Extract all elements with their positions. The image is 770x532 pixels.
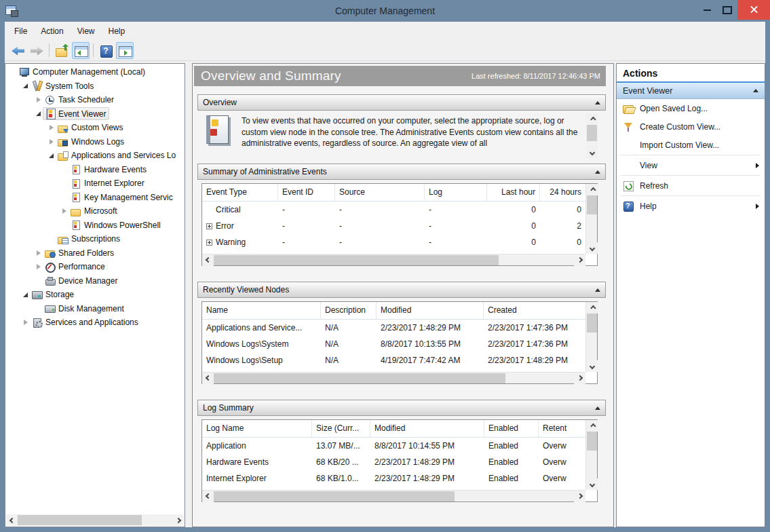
column-header-size-curr[interactable]: Size (Curr... [312,420,370,437]
scroll-down-icon[interactable] [586,147,598,158]
log-summary-section-header[interactable]: Log Summary [197,400,606,416]
expand-arrow-icon[interactable] [34,248,43,257]
scroll-up-icon[interactable] [586,184,598,195]
scrollbar-thumb[interactable] [587,195,597,214]
column-header-24-hours[interactable]: 24 hours [540,184,585,201]
scroll-right-icon[interactable] [574,373,585,384]
tree-item-task-scheduler[interactable]: Task Scheduler [5,93,185,107]
scroll-up-icon[interactable] [586,302,598,314]
column-header-description[interactable]: Description [321,302,377,319]
tree-item-shared-folders[interactable]: Shared Folders [5,246,185,261]
close-button[interactable] [737,0,770,20]
maximize-button[interactable] [717,0,737,20]
column-header-event-type[interactable]: Event Type [202,184,278,201]
expand-arrow-icon[interactable] [34,263,43,271]
table-row[interactable]: Application13.07 MB/...8/8/2017 10:14:55… [202,438,585,454]
show-hide-console-tree-icon[interactable] [72,42,90,59]
expand-plus-icon[interactable] [206,240,212,246]
scrollbar-thumb[interactable] [214,491,455,501]
admin-events-section-header[interactable]: Summary of Administrative Events [197,164,606,180]
expand-arrow-icon[interactable] [47,137,56,146]
tree-item-key-management-servic[interactable]: Key Management Servic [5,191,185,205]
table-row[interactable]: Windows Logs\SetupN/A4/19/2017 7:47:42 A… [202,352,585,368]
titlebar[interactable]: Computer Management [0,0,770,22]
table-row[interactable]: Windows Logs\SystemN/A8/8/2017 10:13:55 … [202,336,585,352]
column-header-source[interactable]: Source [335,184,425,201]
scrollbar-thumb[interactable] [587,432,597,451]
column-header-created[interactable]: Created [484,302,585,319]
tree-item-services-and-applications[interactable]: Services and Applications [5,316,185,330]
column-header-modified[interactable]: Modified [377,302,484,319]
tree-item-computer-management-local[interactable]: Computer Management (Local) [5,65,185,79]
column-header-log[interactable]: Log [425,184,487,201]
tree-item-disk-management[interactable]: Disk Management [5,302,185,316]
horizontal-scrollbar[interactable] [202,490,585,501]
tree-item-applications-and-services-lo[interactable]: Applications and Services Lo [5,149,185,163]
up-one-level-icon[interactable] [53,42,71,59]
minimize-button[interactable] [697,0,717,20]
scroll-right-icon[interactable] [574,491,585,502]
table-row[interactable]: Error---02 [202,218,585,234]
tree-item-custom-views[interactable]: Custom Views [5,121,185,135]
column-header-modified[interactable]: Modified [370,420,484,437]
scrollbar-thumb[interactable] [214,255,499,265]
action-view[interactable]: View [617,156,765,174]
collapse-arrow-icon[interactable] [34,109,43,118]
tree-item-hardware-events[interactable]: Hardware Events [5,163,185,177]
scroll-down-icon[interactable] [586,360,598,372]
horizontal-scrollbar[interactable] [202,254,585,265]
table-row[interactable]: Critical---00 [202,202,585,218]
scrollbar-thumb[interactable] [587,314,597,332]
help-icon[interactable] [97,42,115,59]
tree-item-system-tools[interactable]: System Tools [5,79,185,94]
collapse-arrow-icon[interactable] [21,290,30,299]
tree-item-storage[interactable]: Storage [5,288,185,302]
menu-file[interactable]: File [7,24,34,39]
expand-arrow-icon[interactable] [21,318,30,327]
tree-item-device-manager[interactable]: Device Manager [5,274,185,288]
expand-arrow-icon[interactable] [60,207,69,216]
menu-view[interactable]: View [71,24,102,39]
tree-horizontal-scrollbar[interactable] [6,514,184,526]
collapse-arrow-icon[interactable] [21,81,30,90]
scroll-up-icon[interactable] [586,113,598,125]
scrollbar-thumb[interactable] [587,125,597,141]
table-row[interactable]: Internet Explorer68 KB/1.0...2/23/2017 1… [202,470,585,487]
table-row[interactable]: Hardware Events68 KB/20 ...2/23/2017 1:4… [202,454,585,470]
expand-arrow-icon[interactable] [34,96,43,104]
scroll-left-icon[interactable] [202,373,214,384]
collapse-icon[interactable] [595,170,600,174]
tree-item-subscriptions[interactable]: Subscriptions [5,232,185,246]
action-help[interactable]: Help [617,197,765,215]
collapse-icon[interactable] [753,89,758,92]
expand-arrow-icon[interactable] [47,124,56,132]
scroll-down-icon[interactable] [586,478,598,490]
scroll-left-icon[interactable] [202,254,214,266]
column-header-log-name[interactable]: Log Name [202,420,312,437]
horizontal-scrollbar[interactable] [202,372,585,383]
scroll-up-icon[interactable] [586,420,598,432]
collapse-icon[interactable] [595,101,600,104]
scrollbar-thumb[interactable] [18,515,142,525]
column-header-event-id[interactable]: Event ID [278,184,335,201]
tree-item-internet-explorer[interactable]: Internet Explorer [5,176,185,191]
action-import-custom-view[interactable]: Import Custom View... [617,136,765,154]
column-header-last-hour[interactable]: Last hour [487,184,540,201]
collapse-arrow-icon[interactable] [47,151,56,160]
forward-arrow-icon[interactable] [28,42,45,59]
scroll-down-icon[interactable] [586,242,598,254]
tree-item-windows-powershell[interactable]: Windows PowerShell [5,218,185,233]
tree-item-windows-logs[interactable]: Windows Logs [5,135,185,149]
action-refresh[interactable]: Refresh [617,176,765,195]
overview-vertical-scrollbar[interactable] [586,113,598,158]
expand-plus-icon[interactable] [206,223,212,229]
table-row[interactable]: Warning---00 [202,234,585,250]
column-header-enabled[interactable]: Enabled [484,420,539,437]
tree-item-performance[interactable]: Performance [5,260,185,274]
recent-nodes-section-header[interactable]: Recently Viewed Nodes [197,282,606,298]
overview-section-header[interactable]: Overview [197,94,606,111]
show-hide-action-pane-icon[interactable] [116,42,134,59]
action-create-custom-view[interactable]: Create Custom View... [617,117,765,136]
scroll-left-icon[interactable] [6,514,18,526]
vertical-scrollbar[interactable] [585,302,597,372]
